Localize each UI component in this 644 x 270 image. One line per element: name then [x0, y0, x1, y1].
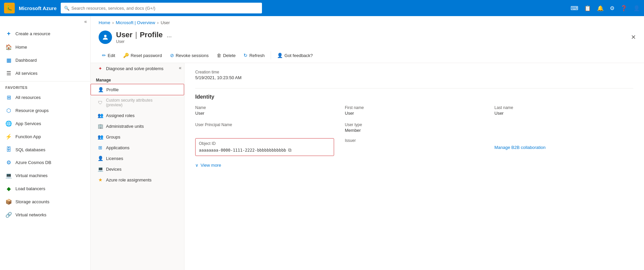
sidebar-item-app-services[interactable]: 🌐 App Services [0, 117, 90, 130]
sidebar-item-label: Create a resource [15, 31, 50, 36]
sidebar-collapse-btn[interactable]: « [0, 16, 90, 27]
user-type-value: Member [345, 128, 484, 133]
reset-password-button[interactable]: 🔑 Reset password [120, 51, 165, 60]
key-icon: 🔑 [123, 53, 129, 58]
view-more-btn[interactable]: ∨ View more [195, 163, 633, 168]
settings-icon[interactable]: ⚙ [610, 5, 614, 11]
left-nav-item-label: Applications [106, 145, 129, 150]
breadcrumb-home[interactable]: Home [99, 20, 110, 25]
left-nav-item-groups[interactable]: 👥 Groups [91, 131, 184, 142]
sidebar-item-label: Resource groups [15, 108, 49, 113]
sidebar-item-dashboard[interactable]: ▦ Dashboard [0, 54, 90, 67]
left-nav-item-admin-units[interactable]: 🏢 Administrative units [91, 121, 184, 131]
help-icon[interactable]: ❓ [621, 5, 627, 11]
search-icon: 🔍 [64, 6, 69, 11]
left-nav-item-label: Administrative units [106, 124, 144, 129]
toolbar-divider [271, 51, 271, 59]
name-value: User [195, 111, 334, 116]
search-bar[interactable]: 🔍 [61, 3, 262, 13]
sidebar-item-home[interactable]: 🏠 Home [0, 41, 90, 54]
all-resources-icon: ⊞ [5, 94, 12, 101]
topbar-actions: ⌨ 📋 🔔 ⚙ ❓ 👤 [571, 5, 640, 11]
left-nav-item-custom-security[interactable]: 🛡 Custom security attributes (preview) [91, 95, 184, 110]
left-nav-item-label: Assigned roles [106, 113, 135, 118]
left-nav-item-label: Custom security attributes (preview) [106, 98, 153, 107]
left-nav-item-devices[interactable]: 💻 Devices [91, 164, 184, 174]
sidebar-item-load-balancers[interactable]: ◆ Load balancers [0, 182, 90, 195]
notification-icon[interactable]: 🔔 [597, 5, 604, 11]
function-app-icon: ⚡ [5, 133, 12, 140]
refresh-button[interactable]: ↻ Refresh [240, 51, 268, 60]
creation-time-value: 5/19/2021, 10:23:50 AM [195, 75, 633, 80]
view-more-label: View more [201, 163, 221, 168]
manage-b2b-link[interactable]: Manage B2B collaboration [494, 145, 546, 150]
topbar: 🐛 Microsoft Azure 🔍 ⌨ 📋 🔔 ⚙ ❓ 👤 [0, 0, 644, 16]
breadcrumb: Home › Microsoft | Overview › User [91, 16, 644, 28]
left-nav-item-applications[interactable]: ⊞ Applications [91, 142, 184, 153]
manage-b2b-cell: Manage B2B collaboration [494, 138, 633, 156]
object-id-value-row: aaaaaaaa-0000-1111-2222-bbbbbbbbbbbb ⧉ [199, 147, 330, 153]
left-nav-item-profile[interactable]: 👤 Profile [91, 84, 184, 95]
sidebar-item-storage-accounts[interactable]: 📦 Storage accounts [0, 195, 90, 208]
user-type-field: User type Member [345, 122, 484, 133]
all-services-icon: ☰ [5, 70, 12, 76]
sidebar-item-virtual-machines[interactable]: 💻 Virtual machines [0, 169, 90, 182]
sidebar-item-label: All resources [15, 95, 41, 100]
sidebar-item-virtual-networks[interactable]: 🔗 Virtual networks [0, 208, 90, 221]
sidebar-item-label: Home [15, 45, 27, 50]
page-title-block: User | Profile ... User [116, 31, 172, 44]
breadcrumb-sep2: › [157, 20, 159, 25]
last-name-value: User [494, 111, 633, 116]
sidebar-item-create-resource[interactable]: + Create a resource [0, 27, 90, 41]
page-title-sep: | [135, 31, 137, 39]
page-subtitle-tab: Profile [140, 31, 163, 39]
left-nav-item-assigned-roles[interactable]: 👥 Assigned roles [91, 110, 184, 121]
identity-grid-row1: Name User First name User Last name User [195, 105, 633, 116]
sidebar-item-cosmos-db[interactable]: ⚙ Azure Cosmos DB [0, 156, 90, 169]
vnet-icon: 🔗 [5, 212, 12, 218]
delete-label: Delete [223, 53, 236, 58]
creation-time-section: Creation time 5/19/2021, 10:23:50 AM [195, 70, 633, 80]
left-nav-item-azure-roles[interactable]: ★ Azure role assignments [91, 174, 184, 185]
lb-icon: ◆ [5, 185, 12, 192]
sidebar-item-all-services[interactable]: ☰ All services [0, 67, 90, 80]
user-icon[interactable]: 👤 [633, 5, 640, 11]
delete-button[interactable]: 🗑 Delete [213, 51, 239, 60]
sidebar-item-sql-databases[interactable]: 🗄 SQL databases [0, 143, 90, 156]
feedback-button[interactable]: 👤 Got feedback? [274, 51, 316, 60]
identity-title: Identity [195, 94, 633, 100]
star-icon: ★ [97, 177, 103, 182]
left-nav-item-licenses[interactable]: 👤 Licenses [91, 153, 184, 164]
main-panel: Home › Microsoft | Overview › User User … [91, 16, 644, 270]
identity-grid-row2: User Principal Name User type Member [195, 122, 633, 133]
revoke-sessions-button[interactable]: ⊘ Revoke sessions [167, 51, 212, 60]
refresh-icon: ↻ [244, 53, 248, 58]
issuer-label: Issuer [345, 138, 484, 143]
home-icon: 🏠 [5, 44, 12, 50]
sidebar-item-function-app[interactable]: ⚡ Function App [0, 130, 90, 143]
feedback-icon[interactable]: 📋 [584, 5, 591, 11]
revoke-icon: ⊘ [170, 53, 174, 58]
devices-icon: 💻 [97, 166, 103, 172]
search-input[interactable] [71, 6, 259, 11]
terminal-icon[interactable]: ⌨ [571, 5, 578, 11]
copy-icon[interactable]: ⧉ [288, 147, 291, 153]
breadcrumb-sep: › [112, 20, 114, 25]
layout: « + Create a resource 🏠 Home ▦ Dashboard… [0, 16, 644, 270]
breadcrumb-overview[interactable]: Microsoft | Overview [116, 20, 155, 25]
edit-button[interactable]: ✏ Edit [99, 51, 118, 60]
object-id-row: Object ID aaaaaaaa-0000-1111-2222-bbbbbb… [195, 138, 633, 156]
sidebar-item-all-resources[interactable]: ⊞ All resources [0, 91, 90, 104]
applications-icon: ⊞ [97, 145, 103, 150]
vm-icon: 💻 [5, 172, 12, 179]
cosmos-icon: ⚙ [5, 159, 12, 166]
close-button[interactable]: ✕ [631, 34, 636, 41]
upn-label: User Principal Name [195, 122, 334, 127]
left-nav-item-diagnose[interactable]: ✦ Diagnose and solve problems [91, 63, 184, 74]
diagnose-icon: ✦ [97, 66, 103, 71]
left-nav-collapse-btn[interactable]: « [176, 63, 184, 72]
more-options-btn[interactable]: ... [167, 32, 172, 39]
empty-field [494, 122, 633, 133]
sidebar-item-resource-groups[interactable]: ⬡ Resource groups [0, 104, 90, 117]
creation-time-label: Creation time [195, 70, 633, 74]
